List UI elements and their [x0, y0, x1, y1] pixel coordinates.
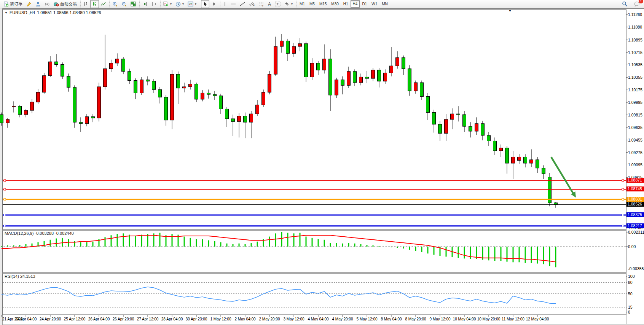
candle-body	[432, 113, 436, 124]
candle-body	[493, 141, 497, 151]
candle-body	[146, 80, 150, 81]
candle-body	[524, 157, 527, 163]
line-handle[interactable]	[4, 180, 6, 182]
candle-body	[292, 46, 296, 53]
candle-body	[304, 44, 308, 77]
candle-body	[104, 69, 107, 86]
candle-body	[298, 44, 302, 46]
candle-body	[487, 135, 491, 141]
candle-body	[30, 102, 34, 110]
candle-body	[37, 92, 40, 102]
candle-body	[414, 83, 418, 91]
candle-body	[171, 74, 174, 120]
chart-canvas[interactable]	[0, 0, 644, 325]
candle-body	[0, 115, 3, 123]
candle-body	[335, 80, 338, 95]
candle-body	[536, 160, 539, 168]
candle-body	[280, 41, 284, 46]
candle-body	[329, 59, 332, 95]
main-panel-frame	[3, 10, 626, 229]
candle-body	[390, 66, 393, 73]
line-handle[interactable]	[622, 180, 624, 182]
candle-body	[505, 148, 509, 163]
candle-body	[55, 62, 58, 64]
candle-body	[61, 65, 64, 76]
candle-body	[554, 203, 558, 205]
candle-body	[152, 81, 156, 89]
candle-body	[201, 93, 204, 99]
candle-body	[219, 96, 223, 109]
candle-body	[481, 124, 485, 135]
macd-panel-frame	[3, 231, 626, 272]
candle-body	[97, 87, 101, 118]
candle-body	[140, 80, 143, 93]
candle-body	[317, 63, 320, 70]
candle-body	[177, 74, 180, 88]
line-handle[interactable]	[622, 214, 624, 216]
chart-title-bar: ▼ EURUSD-,H4 1.08551 1.08566 1.08480 1.0…	[5, 10, 101, 15]
candle-body	[371, 70, 375, 78]
candle-body	[353, 72, 357, 83]
candle-body	[408, 69, 411, 91]
line-handle[interactable]	[4, 188, 6, 190]
candle-body	[43, 76, 46, 92]
candle-body	[426, 97, 430, 113]
trading-terminal: 新订单	[0, 0, 644, 325]
candle-body	[262, 92, 265, 105]
candle-body	[274, 46, 277, 74]
line-handle[interactable]	[4, 198, 6, 200]
candle-body	[110, 63, 113, 69]
candle-body	[18, 106, 22, 115]
candle-body	[24, 110, 28, 115]
candle-body	[122, 59, 125, 72]
candle-body	[323, 59, 326, 70]
candle-body	[49, 62, 52, 76]
candle-body	[116, 59, 119, 63]
candle-body	[238, 116, 241, 122]
candle-body	[158, 89, 162, 97]
candle-body	[195, 84, 198, 99]
chart-ohlc-values: 1.08551 1.08566 1.08480 1.08526	[37, 10, 101, 15]
candle-body	[244, 116, 247, 122]
candle-body	[365, 77, 369, 78]
candle-body	[183, 87, 186, 88]
candle-body	[396, 57, 399, 66]
symbol-dropdown-icon[interactable]: ▼	[5, 11, 8, 14]
candle-body	[347, 72, 351, 86]
candle-body	[6, 119, 10, 123]
line-handle[interactable]	[622, 188, 624, 190]
line-handle[interactable]	[4, 225, 6, 227]
rsi-panel-frame	[3, 274, 626, 315]
candle-body	[420, 83, 424, 97]
candle-body	[378, 70, 381, 81]
candle-body	[79, 122, 83, 124]
candle-body	[499, 148, 503, 151]
candle-body	[189, 84, 192, 87]
candle-body	[445, 119, 448, 134]
chart-symbol-title: EURUSD-,H4	[10, 10, 35, 15]
candle-body	[250, 114, 253, 122]
line-handle[interactable]	[622, 198, 624, 200]
line-handle[interactable]	[622, 225, 624, 227]
line-handle[interactable]	[4, 214, 6, 216]
candle-body	[134, 81, 137, 93]
candle-body	[268, 74, 271, 92]
candle-body	[457, 114, 460, 115]
candle-body	[341, 80, 344, 86]
candle-body	[207, 93, 210, 94]
candle-body	[231, 119, 235, 121]
candle-body	[256, 105, 259, 114]
candle-body	[67, 76, 70, 88]
candle-body	[463, 115, 466, 126]
candle-body	[384, 73, 387, 81]
candle-body	[91, 117, 95, 118]
candle-body	[311, 63, 314, 77]
candle-body	[225, 109, 229, 119]
chart-shift-marker-icon[interactable]: ▼	[509, 9, 512, 13]
candle-body	[359, 77, 363, 83]
candle-body	[286, 41, 290, 53]
candle-body	[73, 88, 77, 122]
candle-body	[475, 124, 478, 131]
candle-body	[438, 124, 442, 134]
candle-body	[12, 106, 16, 107]
